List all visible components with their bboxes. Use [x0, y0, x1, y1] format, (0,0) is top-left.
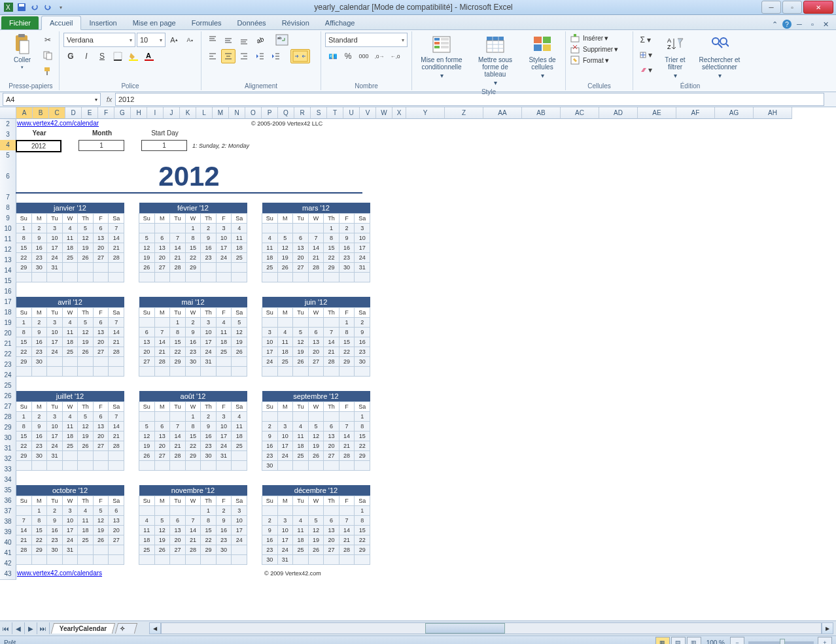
row-header[interactable]: 28	[0, 412, 16, 423]
link-bottom[interactable]: www.vertex42.com/calendars	[17, 569, 102, 577]
row-header[interactable]: 15	[0, 276, 16, 287]
percent-icon[interactable]: %	[341, 49, 355, 63]
new-sheet-icon[interactable]: ✧	[115, 623, 137, 634]
row-header[interactable]: 3	[0, 129, 16, 141]
align-top-icon[interactable]	[205, 33, 220, 47]
row-header[interactable]: 24	[0, 370, 16, 381]
fill-color-icon[interactable]	[126, 49, 141, 63]
zoom-label[interactable]: 100 %	[706, 639, 725, 645]
row-header[interactable]: 12	[0, 245, 16, 256]
underline-button[interactable]: S	[95, 49, 109, 63]
col-header[interactable]: AB	[522, 107, 561, 119]
col-header[interactable]: AE	[638, 107, 676, 119]
tab-view[interactable]: Affichage	[317, 16, 363, 29]
redo-icon[interactable]	[42, 1, 54, 13]
col-header[interactable]: AD	[599, 107, 638, 119]
doc-close-icon[interactable]: ✕	[820, 19, 831, 29]
select-all-corner[interactable]	[0, 107, 16, 119]
decrease-indent-icon[interactable]	[253, 49, 267, 63]
align-bottom-icon[interactable]	[237, 33, 251, 47]
col-header[interactable]: J	[164, 107, 180, 119]
clear-icon[interactable]: ▾	[637, 63, 654, 77]
tab-home[interactable]: Accueil	[41, 16, 81, 30]
tab-insert[interactable]: Insertion	[81, 16, 124, 29]
row-header[interactable]: 14	[0, 265, 16, 277]
decrease-decimal-icon[interactable]: ←,0	[388, 49, 402, 63]
format-as-table-button[interactable]: Mettre sous forme de tableau ▾	[470, 33, 521, 88]
font-name-combo[interactable]: Verdana▾	[63, 33, 135, 47]
row-header[interactable]: 25	[0, 381, 16, 392]
sheet-tab-active[interactable]: YearlyCalendar	[51, 623, 116, 634]
align-center-icon[interactable]	[221, 49, 235, 63]
col-header[interactable]: A	[16, 107, 33, 119]
increase-decimal-icon[interactable]: ,0→	[372, 49, 387, 63]
row-header[interactable]: 4	[0, 140, 16, 151]
first-sheet-icon[interactable]: ⏮	[0, 622, 12, 634]
cut-icon[interactable]: ✂	[41, 33, 55, 47]
row-header[interactable]: 5	[0, 150, 16, 161]
zoom-thumb[interactable]	[780, 639, 785, 644]
merge-center-icon[interactable]	[290, 49, 310, 63]
col-header[interactable]: Y	[406, 107, 445, 119]
scroll-right-icon[interactable]: ▶	[822, 622, 833, 634]
row-header[interactable]: 27	[0, 401, 16, 413]
font-color-icon[interactable]: A	[142, 49, 156, 63]
row-header[interactable]: 36	[0, 496, 16, 507]
row-header[interactable]: 41	[0, 548, 16, 559]
tab-file[interactable]: Fichier	[1, 16, 39, 29]
col-header[interactable]: N	[229, 107, 245, 119]
number-format-combo[interactable]: Standard▾	[325, 33, 408, 47]
col-header[interactable]: I	[147, 107, 164, 119]
row-header[interactable]: 18	[0, 307, 16, 318]
row-header[interactable]: 23	[0, 360, 16, 371]
format-painter-icon[interactable]	[41, 64, 55, 78]
col-header[interactable]: G	[114, 107, 131, 119]
row-header[interactable]: 38	[0, 517, 16, 528]
tab-review[interactable]: Révision	[274, 16, 317, 29]
col-header[interactable]: F	[98, 107, 114, 119]
page-break-view-icon[interactable]: ▥	[687, 637, 701, 644]
grid-body[interactable]: 2345678910111213141516171819202122232425…	[0, 119, 836, 620]
col-header[interactable]: AH	[754, 107, 792, 119]
col-header[interactable]: AG	[715, 107, 754, 119]
horizontal-scrollbar[interactable]: ◀ ▶	[149, 622, 833, 634]
autosum-icon[interactable]: Σ ▾	[637, 33, 654, 47]
row-header[interactable]: 22	[0, 349, 16, 360]
increase-font-icon[interactable]: A▴	[167, 33, 181, 47]
increase-indent-icon[interactable]	[268, 49, 283, 63]
col-header[interactable]: AC	[561, 107, 599, 119]
row-header[interactable]: 43	[0, 569, 16, 580]
minimize-button[interactable]: ─	[761, 1, 781, 14]
zoom-out-icon[interactable]: −	[730, 637, 744, 644]
align-right-icon[interactable]	[237, 49, 251, 63]
prev-sheet-icon[interactable]: ◀	[12, 622, 25, 634]
col-header[interactable]: X	[392, 107, 406, 119]
col-header[interactable]: M	[213, 107, 229, 119]
next-sheet-icon[interactable]: ▶	[25, 622, 37, 634]
maximize-button[interactable]: ▫	[782, 1, 802, 14]
col-header[interactable]: B	[33, 107, 49, 119]
row-header[interactable]: 30	[0, 433, 16, 444]
copy-icon[interactable]	[41, 48, 55, 63]
tab-layout[interactable]: Mise en page	[125, 16, 184, 29]
col-header[interactable]: AA	[483, 107, 522, 119]
col-header[interactable]: L	[196, 107, 213, 119]
undo-icon[interactable]	[29, 1, 41, 13]
wrap-text-icon[interactable]: ab	[275, 33, 289, 47]
row-header[interactable]: 21	[0, 339, 16, 350]
hscroll-track[interactable]	[161, 622, 822, 634]
col-header[interactable]: H	[131, 107, 147, 119]
sort-filter-button[interactable]: AZTrier et filtrer ▾	[657, 33, 693, 80]
bold-button[interactable]: G	[63, 49, 78, 63]
normal-view-icon[interactable]: ▦	[655, 637, 670, 644]
align-left-icon[interactable]	[205, 49, 220, 63]
hscroll-thumb[interactable]	[425, 623, 505, 634]
row-header[interactable]: 6	[0, 161, 16, 193]
row-header[interactable]: 37	[0, 506, 16, 517]
paste-button[interactable]: Coller▾	[7, 33, 38, 71]
row-header[interactable]: 8	[0, 203, 16, 214]
col-header[interactable]: Q	[278, 107, 294, 119]
accounting-icon[interactable]: 💶	[325, 49, 340, 63]
save-icon[interactable]	[16, 1, 27, 13]
fx-icon[interactable]: fx	[103, 93, 115, 105]
